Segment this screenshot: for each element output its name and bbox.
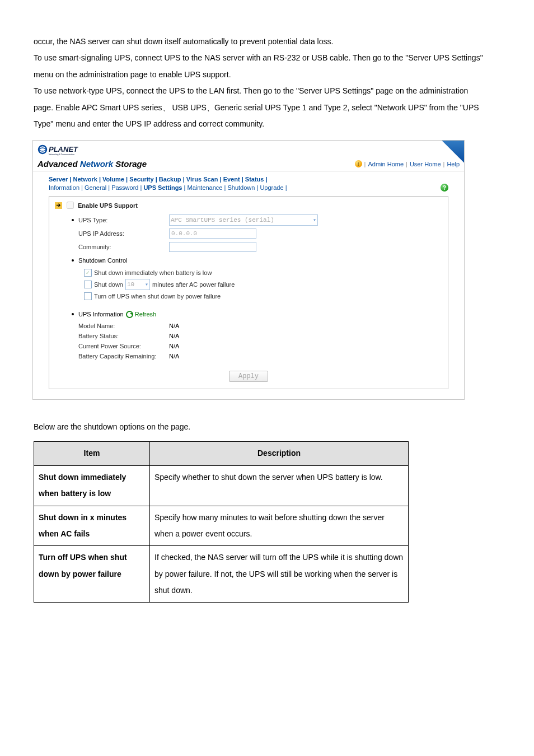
below-text: Below are the shutdown options on the pa… (34, 422, 489, 431)
subtab-maintenance[interactable]: Maintenance (187, 184, 222, 191)
info-capacity-value: N/A (169, 353, 179, 360)
shutdown-control-heading: Shutdown Control (78, 257, 127, 264)
ups-type-select[interactable]: APC SmartUPS series (serial) ▾ (169, 214, 318, 226)
shutdown-minutes-select[interactable]: 10 ▾ (125, 279, 150, 290)
row3-item: Turn off UPS when shut down by power fai… (34, 546, 150, 603)
ups-settings-panel: Enable UPS Support UPS Type: APC SmartUP… (49, 196, 448, 389)
intro-p1: occur, the NAS server can shut down itse… (34, 34, 489, 50)
subtab-ups-settings[interactable]: UPS Settings (143, 184, 182, 191)
th-item: Item (34, 442, 150, 465)
chevron-down-icon: ▾ (145, 281, 148, 288)
subtab-general[interactable]: General (85, 184, 106, 191)
refresh-button[interactable]: Refresh (126, 311, 157, 318)
info-capacity-label: Battery Capacity Remaining: (78, 353, 169, 360)
info-model-label: Model Name: (78, 323, 169, 329)
opt-shutdown-low-battery[interactable]: ✓ Shut down immediately when battery is … (84, 269, 442, 277)
bullet-icon (72, 313, 74, 315)
info-battery-value: N/A (169, 333, 179, 339)
row2-desc: Specify how many minutes to wait before … (150, 506, 409, 546)
user-home-link[interactable]: User Home (410, 161, 441, 167)
top-links: ! | Admin Home | User Home | Help (355, 160, 460, 167)
info-model-value: N/A (169, 323, 179, 329)
ups-ip-label: UPS IP Address: (78, 230, 169, 237)
subtab-shutdown[interactable]: Shutdown (227, 184, 255, 191)
tab-server[interactable]: Server (49, 176, 68, 183)
alert-icon[interactable]: ! (355, 160, 362, 167)
tab-security[interactable]: Security (129, 176, 153, 183)
tab-virus-scan[interactable]: Virus Scan (186, 176, 218, 183)
enable-ups-checkbox[interactable] (67, 202, 74, 209)
table-row: Shut down immediately when battery is lo… (34, 465, 409, 506)
admin-screenshot: PLANET Networking & Communication Advanc… (32, 140, 465, 400)
checkbox-checked-icon: ✓ (84, 269, 92, 277)
bullet-icon (72, 219, 74, 221)
table-row: Shut down in x minutes when AC fails Spe… (34, 506, 409, 546)
admin-home-link[interactable]: Admin Home (368, 161, 404, 167)
opt-shutdown-after-minutes[interactable]: Shut down 10 ▾ minutes after AC power fa… (84, 279, 442, 290)
help-link[interactable]: Help (447, 161, 460, 167)
opt-turn-off-ups[interactable]: Turn off UPS when shut down by power fai… (84, 292, 442, 300)
checkbox-icon (84, 281, 92, 288)
intro-text: occur, the NAS server can shut down itse… (34, 34, 489, 132)
table-row: Turn off UPS when shut down by power fai… (34, 546, 409, 603)
brand-tagline: Networking & Communication (49, 153, 74, 156)
tab-status[interactable]: Status (245, 176, 264, 183)
intro-p3: To use network-type UPS, connect the UPS… (34, 83, 489, 132)
row2-item: Shut down in x minutes when AC fails (34, 506, 150, 546)
arrow-right-icon (55, 202, 62, 209)
svg-point-0 (39, 146, 46, 153)
intro-p2: To use smart-signaling UPS, connect UPS … (34, 50, 489, 83)
refresh-icon (126, 311, 133, 318)
shutdown-options-table: Item Description Shut down immediately w… (34, 441, 409, 603)
subtab-password[interactable]: Password (111, 184, 138, 191)
ups-type-label: UPS Type: (78, 217, 169, 223)
info-power-label: Current Power Source: (78, 343, 169, 349)
th-desc: Description (150, 442, 409, 465)
tab-event[interactable]: Event (223, 176, 240, 183)
subtab-upgrade[interactable]: Upgrade (260, 184, 283, 191)
product-title: Advanced Network Storage (38, 159, 147, 169)
tab-backup[interactable]: Backup (159, 176, 181, 183)
community-label: Community: (78, 244, 169, 250)
main-tabs: Server | Network | Volume | Security | B… (49, 174, 448, 183)
context-help-icon[interactable]: ? (441, 184, 448, 192)
tab-volume[interactable]: Volume (102, 176, 124, 183)
row3-desc: If checked, the NAS server will turn off… (150, 546, 409, 603)
apply-button[interactable]: Apply (229, 371, 268, 382)
svg-text:PLANET: PLANET (49, 145, 78, 153)
checkbox-icon (84, 292, 92, 300)
tab-network[interactable]: Network (73, 176, 97, 183)
enable-ups-label: Enable UPS Support (78, 202, 138, 209)
brand-logo: PLANET Networking & Communication (33, 141, 464, 159)
ups-info-heading: UPS Information (78, 311, 124, 318)
row1-item: Shut down immediately when battery is lo… (34, 465, 150, 506)
ups-ip-input[interactable] (169, 228, 256, 239)
info-power-value: N/A (169, 343, 179, 349)
row1-desc: Specify whether to shut down the server … (150, 465, 409, 506)
subtab-information[interactable]: Information (49, 184, 79, 191)
bullet-icon (72, 259, 74, 262)
info-battery-label: Battery Status: (78, 333, 169, 339)
sub-tabs: Information | General | Password | UPS S… (49, 183, 448, 195)
chevron-down-icon: ▾ (313, 217, 316, 223)
community-input[interactable] (169, 242, 256, 252)
